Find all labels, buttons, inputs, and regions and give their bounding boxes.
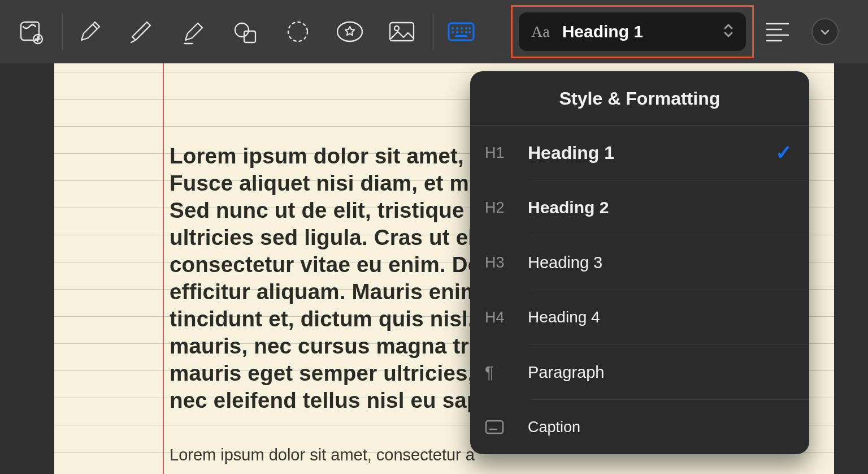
- style-option-caption[interactable]: Caption: [470, 400, 809, 454]
- sticker-tool-button[interactable]: [332, 14, 368, 50]
- margin-line: [163, 63, 164, 474]
- lasso-tool-button[interactable]: [280, 14, 316, 50]
- style-option-label: Heading 4: [528, 308, 792, 326]
- shapes-tool-button[interactable]: [228, 14, 264, 50]
- style-tag: H4: [485, 309, 517, 326]
- toolbar: Aa Heading 1: [0, 0, 868, 63]
- style-option-heading2[interactable]: H2 Heading 2: [470, 180, 809, 235]
- image-tool-button[interactable]: [384, 14, 420, 50]
- popover-title: Style & Formatting: [470, 71, 809, 126]
- toolbar-separator: [433, 14, 434, 50]
- style-option-label: Heading 2: [528, 198, 792, 217]
- svg-point-3: [288, 22, 307, 41]
- marker-tool-button[interactable]: [124, 14, 160, 50]
- svg-rect-2: [244, 31, 255, 42]
- style-option-heading4[interactable]: H4 Heading 4: [470, 290, 809, 344]
- style-option-label: Caption: [528, 419, 792, 436]
- svg-point-4: [337, 22, 362, 41]
- style-formatting-popover: Style & Formatting H1 Heading 1 ✓ H2 Hea…: [470, 71, 809, 454]
- style-option-paragraph[interactable]: ¶ Paragraph: [470, 345, 809, 399]
- more-options-button[interactable]: [811, 18, 839, 45]
- toolbar-separator: [62, 14, 63, 50]
- checkmark-icon: ✓: [775, 141, 792, 165]
- style-tag: H2: [485, 199, 517, 217]
- style-option-label: Heading 1: [528, 143, 775, 163]
- pen-tool-button[interactable]: [72, 14, 108, 50]
- svg-rect-23: [486, 421, 503, 433]
- svg-point-6: [394, 26, 399, 31]
- style-option-label: Heading 3: [528, 253, 792, 272]
- pilcrow-icon: ¶: [485, 363, 517, 382]
- style-dropdown-highlight: Aa Heading 1: [511, 5, 754, 58]
- svg-point-1: [235, 23, 249, 37]
- style-tag: H3: [485, 254, 517, 272]
- align-left-button[interactable]: [760, 14, 796, 50]
- callout-highlight: [511, 5, 754, 58]
- style-option-heading3[interactable]: H3 Heading 3: [470, 235, 809, 290]
- markup-tool-button[interactable]: [12, 14, 49, 50]
- style-option-heading1[interactable]: H1 Heading 1 ✓: [470, 126, 809, 180]
- highlighter-tool-button[interactable]: [176, 14, 212, 50]
- style-tag: H1: [485, 144, 517, 162]
- caption-icon: [485, 420, 517, 434]
- keyboard-button[interactable]: [443, 14, 479, 50]
- svg-rect-5: [390, 23, 414, 41]
- style-option-label: Paragraph: [528, 363, 792, 382]
